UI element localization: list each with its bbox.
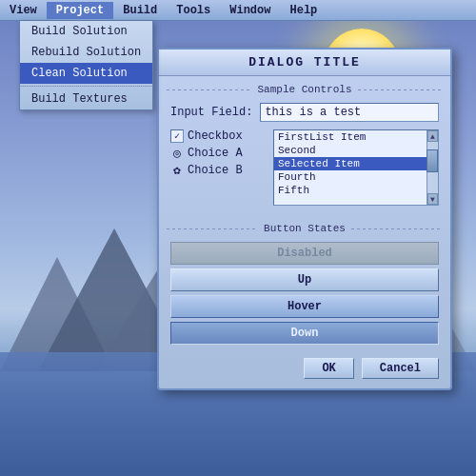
listbox-item-0[interactable]: FirstList Item [274,130,438,144]
dropdown-divider [20,86,152,87]
menu-item-help[interactable]: Help [280,2,327,19]
radio-b-icon: ✿ [170,164,184,177]
dialog-title: DIALOG TITLE [159,50,450,76]
dropdown-clean-solution[interactable]: Clean Solution [20,63,152,84]
dropdown-rebuild-solution[interactable]: Rebuild Solution [20,42,152,63]
cancel-button[interactable]: Cancel [362,358,439,379]
left-controls: ✓ Checkbox ◎ Choice A ✿ Choice B [170,129,266,206]
btn-hover[interactable]: Hover [170,295,439,318]
dialog: DIALOG TITLE Sample Controls Input Field… [157,48,452,390]
dropdown-build-solution[interactable]: Build Solution [20,21,152,42]
input-row: Input Field: [170,103,439,122]
checkbox-label: Checkbox [188,129,243,143]
menu-item-tools[interactable]: Tools [167,2,220,19]
radio-a-icon: ◎ [170,147,184,160]
listbox[interactable]: FirstList Item Second Selected Item Four… [273,129,439,206]
section-buttons-label: Button States [167,223,443,234]
btn-disabled: Disabled [170,242,439,265]
radio-a-row[interactable]: ◎ Choice A [170,147,266,160]
input-label: Input Field: [170,106,252,119]
button-states: Disabled Up Hover Down [159,238,450,352]
listbox-scroll-up[interactable]: ▲ [427,130,438,142]
radio-a-label: Choice A [188,147,243,160]
dialog-footer: OK Cancel [159,352,450,379]
ok-button[interactable]: OK [304,358,353,379]
listbox-item-3[interactable]: Fourth [274,170,438,184]
menu-item-window[interactable]: Window [220,2,280,19]
btn-down[interactable]: Down [170,322,439,345]
btn-up[interactable]: Up [170,268,439,291]
menu-item-project[interactable]: Project [47,2,113,19]
listbox-item-2[interactable]: Selected Item [274,157,438,170]
project-dropdown: Build Solution Rebuild Solution Clean So… [19,21,153,110]
menubar: View Project Build Tools Window Help [0,0,476,21]
input-field[interactable] [260,103,439,122]
section-controls-label: Sample Controls [167,84,443,95]
listbox-item-1[interactable]: Second [274,144,438,157]
checkbox[interactable]: ✓ [170,129,184,143]
menu-item-build[interactable]: Build [113,2,167,19]
checkbox-row[interactable]: ✓ Checkbox [170,129,266,143]
radio-b-row[interactable]: ✿ Choice B [170,164,266,177]
dialog-body: Input Field: ✓ Checkbox ◎ Choice A ✿ C [159,99,450,215]
listbox-scrollbar[interactable]: ▲ ▼ [426,130,438,205]
menu-item-view[interactable]: View [0,2,47,19]
listbox-scroll-thumb[interactable] [426,149,438,172]
listbox-item-4[interactable]: Fifth [274,184,438,197]
radio-b-label: Choice B [188,164,243,177]
controls-row: ✓ Checkbox ◎ Choice A ✿ Choice B FirstLi… [170,129,439,206]
dropdown-build-textures[interactable]: Build Textures [20,89,152,109]
listbox-scroll-down[interactable]: ▼ [427,193,438,205]
